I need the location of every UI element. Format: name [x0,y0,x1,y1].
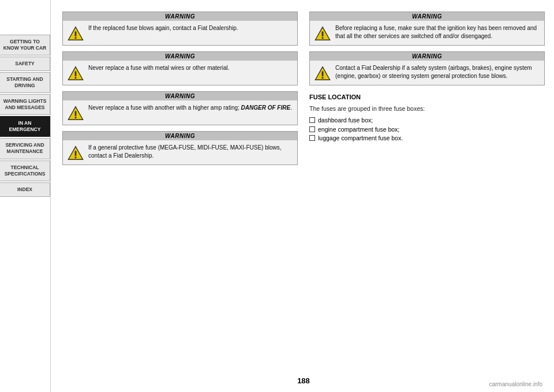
warning-header-warning3: WARNING [63,92,297,100]
svg-rect-14 [322,37,324,39]
svg-rect-17 [322,77,324,79]
fuse-location-section: FUSE LOCATIONThe fuses are grouped in th… [309,94,545,143]
sidebar-item-in-an-emergency[interactable]: IN AN EMERGENCY [0,116,50,137]
right-column: WARNINGBefore replacing a fuse, make sur… [309,12,545,373]
svg-rect-7 [75,111,77,116]
fuse-list-item: dashboard fuse box; [309,116,545,125]
svg-rect-13 [322,32,324,36]
warning-text-warning2: Never replace a fuse with metal wires or… [88,64,230,72]
two-column-layout: WARNINGIf the replaced fuse blows again,… [62,12,545,373]
fuse-list-item: engine compartment fuse box; [309,125,545,135]
warning-box-warning3: WARNINGNever replace a fuse with another… [62,91,298,125]
warning-header-warning6: WARNING [310,52,544,61]
svg-rect-16 [322,72,324,76]
svg-rect-5 [75,77,77,79]
sidebar-item-warning-lights[interactable]: WARNING LIGHTS AND MESSAGES [0,94,50,115]
warning-triangle-icon [315,65,331,81]
svg-rect-2 [75,37,77,39]
warning-text-warning5: Before replacing a fuse, make sure that … [335,24,540,40]
checkbox-icon [309,117,315,123]
warning-header-warning1: WARNING [63,12,297,21]
warning-triangle-icon [68,65,84,81]
sidebar-item-safety[interactable]: SAFETY [0,57,50,71]
svg-rect-4 [75,72,77,76]
svg-rect-8 [75,117,77,118]
warning-text-warning3: Never replace a fuse with another with a… [88,104,292,112]
sidebar-item-starting-and-driving[interactable]: STARTING AND DRIVING [0,72,50,93]
warning-text-warning4: If a general protective fuse (MEGA-FUSE,… [88,144,293,160]
sidebar-item-technical[interactable]: TECHNICAL SPECIFICATIONS [0,160,50,181]
sidebar-item-getting-to-know[interactable]: GETTING TO KNOW YOUR CAR [0,35,50,55]
warning-header-warning4: WARNING [63,132,297,140]
warning-triangle-icon [68,105,84,121]
fuse-item-label-2: luggage compartment fuse box. [318,134,403,143]
main-content: WARNINGIf the replaced fuse blows again,… [51,0,554,392]
sidebar-item-index[interactable]: INDEX [0,182,50,197]
fuse-item-label-1: engine compartment fuse box; [318,125,399,135]
svg-rect-11 [75,156,77,158]
page-number: 188 [62,373,545,386]
warning-text-warning6: Contact a Fiat Dealership if a safety sy… [335,64,540,80]
warning-box-warning1: WARNINGIf the replaced fuse blows again,… [62,12,298,46]
sidebar-item-servicing[interactable]: SERVICING AND MAINTENANCE [0,138,50,159]
warning-box-warning4: WARNINGIf a general protective fuse (MEG… [62,131,298,165]
fuse-item-label-0: dashboard fuse box; [318,116,373,125]
fuse-location-title: FUSE LOCATION [309,94,545,100]
warning-text-warning1: If the replaced fuse blows again, contac… [88,24,238,32]
warning-header-warning2: WARNING [63,52,297,61]
warning-box-warning2: WARNINGNever replace a fuse with metal w… [62,51,298,85]
fuse-list-item: luggage compartment fuse box. [309,134,545,143]
warning-triangle-icon [68,145,84,161]
warning-triangle-icon [68,25,84,42]
svg-rect-10 [75,151,77,156]
left-column: WARNINGIf the replaced fuse blows again,… [62,12,298,373]
warning-box-warning5: WARNINGBefore replacing a fuse, make sur… [309,12,545,46]
checkbox-icon [309,126,315,132]
sidebar: GETTING TO KNOW YOUR CARSAFETYSTARTING A… [0,0,51,392]
fuse-location-intro: The fuses are grouped in three fuse boxe… [309,104,545,114]
checkbox-icon [309,135,315,141]
svg-rect-1 [75,32,77,36]
watermark: carmanualonline.info [489,381,542,387]
warning-box-warning6: WARNINGContact a Fiat Dealership if a sa… [309,51,545,85]
warning-triangle-icon [315,25,331,42]
warning-header-warning5: WARNING [310,12,544,21]
